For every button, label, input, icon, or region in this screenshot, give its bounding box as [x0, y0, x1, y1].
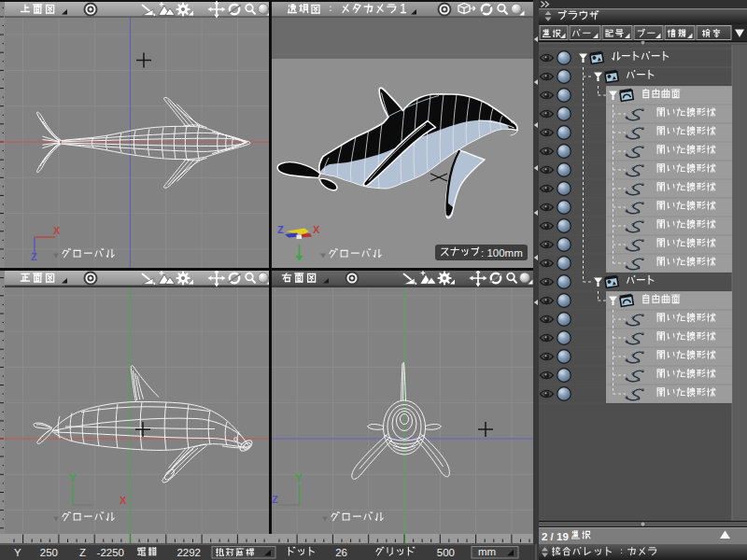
svg-text:Y: Y	[295, 472, 303, 483]
svg-text:Z: Z	[277, 224, 284, 235]
svg-text:2 / 19: 2 / 19	[542, 531, 569, 542]
svg-text:: 100mm: : 100mm	[481, 247, 523, 259]
svg-text:500: 500	[437, 547, 455, 558]
svg-text:2292: 2292	[176, 547, 201, 558]
svg-text:26: 26	[335, 547, 347, 558]
svg-text:mm: mm	[478, 546, 496, 557]
svg-text:Y: Y	[14, 547, 21, 558]
svg-text:Y: Y	[69, 472, 77, 483]
svg-text:Z: Z	[272, 494, 278, 505]
svg-text:Z: Z	[79, 547, 86, 558]
svg-text:X: X	[120, 495, 127, 506]
svg-text:Z: Z	[31, 251, 37, 262]
svg-text:-2250: -2250	[97, 547, 124, 558]
svg-text:X: X	[53, 225, 61, 236]
svg-text:X: X	[313, 224, 320, 235]
svg-text:250: 250	[40, 547, 58, 558]
